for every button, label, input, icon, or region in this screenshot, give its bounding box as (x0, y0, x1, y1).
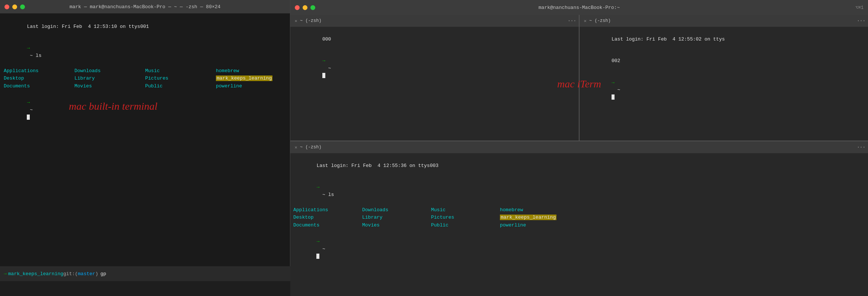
tl-prompt-arrow: → (322, 58, 325, 64)
ls-item-public: Public (145, 83, 216, 90)
ls-item-mark-keeps-learning: mark_keeps_learning (216, 75, 286, 83)
last-login-line: Last login: Fri Feb 4 12:53:10 on ttys00… (4, 16, 286, 38)
iterm-bottom-tab-bar: ✕ ~ (-zsh) ··· (290, 141, 868, 153)
ls-item-desktop: Desktop (4, 75, 74, 83)
iterm-ls-movies: Movies (362, 222, 431, 229)
iterm-tab-dots-right: ··· (856, 17, 865, 24)
bottom-prompt-ls: → ~ ls (293, 177, 865, 206)
iterm-top-right-body: Last login: Fri Feb 4 12:55:02 on ttys 0… (580, 27, 868, 129)
bottom-prompt-tilde-2: ~ (316, 246, 328, 252)
iterm-top-right-tab-bar: ✕ ~ (-zsh) ··· (580, 15, 868, 27)
prompt-arrow: → (27, 45, 30, 51)
bottom-branch: master (78, 271, 95, 277)
bottom-prompt-arrow-2: → (316, 239, 319, 244)
ls-item-documents: Documents (4, 83, 74, 90)
tl-prompt-tilde: ~ (322, 65, 334, 71)
left-terminal-body: Last login: Fri Feb 4 12:53:10 on ttys00… (0, 13, 290, 281)
tr-prompt: → ~ (583, 72, 865, 108)
iterm-tab-dots-left: ··· (567, 17, 576, 24)
tr-prompt-tilde: ~ (612, 87, 623, 93)
minimize-button[interactable] (12, 4, 17, 9)
ls-item-powerline: powerline (216, 83, 286, 90)
iterm-tab-close-left[interactable]: ✕ (293, 18, 299, 23)
bottom-prompt-2: → ~ (293, 231, 865, 267)
tl-cursor (322, 73, 325, 78)
tr-prompt-arrow: → (612, 80, 615, 86)
ls-item-movies: Movies (74, 83, 145, 90)
iterm-ls-homebrew: homebrew (500, 206, 865, 214)
bottom-arrow: → (4, 271, 7, 277)
left-bottom-bar: → mark_keeps_learning git:( master ) gp (0, 266, 290, 281)
iterm-bottom-body: Last login: Fri Feb 4 12:55:36 on ttys00… (290, 153, 868, 296)
terminal-title: mark — mark@nanchuans-MacBook-Pro — ~ — … (70, 4, 221, 10)
iterm-top-left-tab-bar: ✕ ~ (-zsh) ··· (290, 15, 579, 27)
tl-000-text: 000 (322, 36, 331, 42)
iterm-title: mark@nanchuans-MacBook-Pro:~ (539, 5, 620, 10)
bottom-git-close: ) (95, 271, 98, 277)
iterm-ls-powerline: powerline (500, 222, 865, 229)
ls-item-downloads: Downloads (74, 67, 145, 75)
iterm-ls-desktop: Desktop (293, 214, 362, 222)
iterm-ls-music: Music (431, 206, 500, 214)
close-button[interactable] (4, 4, 9, 9)
tr-cursor (612, 94, 615, 100)
iterm-minimize-button[interactable] (303, 5, 307, 10)
iterm-top-left-tab-title: ~ (-zsh) (300, 18, 322, 23)
bottom-last-login: Last login: Fri Feb 4 12:55:36 on ttys00… (293, 155, 865, 177)
prompt-arrow-2: → (27, 100, 30, 105)
cursor (27, 115, 30, 120)
tr-last-login: Last login: Fri Feb 4 12:55:02 on ttys (583, 28, 865, 50)
bottom-prompt-arrow: → (316, 184, 319, 190)
iterm-ls-public: Public (431, 222, 500, 229)
prompt-ls-line: → ~ ls (4, 38, 286, 67)
iterm-bottom-tab-title: ~ (-zsh) (300, 145, 322, 150)
iterm-top-left-pane: ✕ ~ (-zsh) ··· 000 → ~ (290, 15, 580, 141)
iterm-top-right-pane: ✕ ~ (-zsh) ··· Last login: Fri Feb 4 12:… (580, 15, 868, 141)
iterm-ls-grid: Applications Downloads Music homebrew De… (293, 206, 865, 229)
iterm-tab-close-right[interactable]: ✕ (583, 18, 588, 23)
ls-output-grid: Applications Downloads Music homebrew De… (4, 67, 286, 90)
prompt-tilde: ~ ls (27, 53, 41, 58)
bottom-command: gp (100, 271, 106, 277)
iterm-top-right-tab-title: ~ (-zsh) (589, 18, 611, 23)
iterm-titlebar: mark@nanchuans-MacBook-Pro:~ ⌥⌘1 (290, 0, 868, 15)
ls-item-applications: Applications (4, 67, 74, 75)
iterm-ls-mark-keeps-learning: mark_keeps_learning (500, 214, 865, 222)
iterm-top-left-body: 000 → ~ (290, 27, 579, 141)
maximize-button[interactable] (20, 4, 25, 9)
ls-item-homebrew: homebrew (216, 67, 286, 75)
iterm-bottom-close[interactable]: ✕ (293, 145, 299, 150)
tl-prompt: → ~ (293, 50, 576, 87)
left-terminal-titlebar: mark — mark@nanchuans-MacBook-Pro — ~ — … (0, 0, 290, 13)
iterm-shortcut: ⌥⌘1 (855, 5, 864, 10)
iterm-ls-downloads: Downloads (362, 206, 431, 214)
bottom-dir: mark_keeps_learning (8, 271, 63, 277)
iterm-annotation-wrapper (580, 129, 868, 141)
iterm-ls-documents: Documents (293, 222, 362, 229)
iterm-bottom-pane: ✕ ~ (-zsh) ··· Last login: Fri Feb 4 12:… (290, 141, 868, 296)
tr-last-login-text: Last login: Fri Feb 4 12:55:02 on ttys (612, 36, 725, 42)
ls-item-library: Library (74, 75, 145, 83)
iterm-close-button[interactable] (295, 5, 300, 10)
ls-item-music: Music (145, 67, 216, 75)
bottom-cursor (316, 254, 319, 259)
iterm-bottom-tab-dots: ··· (856, 144, 865, 151)
tl-line-000: 000 (293, 28, 576, 50)
iterm-maximize-button[interactable] (310, 5, 315, 10)
tr-last-login-2: 002 (583, 50, 865, 72)
ls-item-pictures: Pictures (145, 75, 216, 83)
bottom-last-login-text: Last login: Fri Feb 4 12:55:36 on ttys00… (316, 163, 438, 168)
bottom-git: git:( (63, 271, 78, 277)
bottom-prompt-ls-text: ~ ls (316, 192, 334, 197)
prompt-line-2: → ~ (4, 92, 286, 128)
right-panel: mark@nanchuans-MacBook-Pro:~ ⌥⌘1 ✕ ~ (-z… (290, 0, 868, 296)
prompt-tilde-2: ~ (27, 107, 35, 113)
iterm-top-split: ✕ ~ (-zsh) ··· 000 → ~ ✕ ~ (-zsh) ·· (290, 15, 868, 141)
tr-last-login-text-2: 002 (612, 58, 620, 64)
last-login-text: Last login: Fri Feb 4 12:53:10 on ttys00… (27, 24, 149, 29)
iterm-ls-applications: Applications (293, 206, 362, 214)
iterm-ls-library: Library (362, 214, 431, 222)
iterm-ls-pictures: Pictures (431, 214, 500, 222)
